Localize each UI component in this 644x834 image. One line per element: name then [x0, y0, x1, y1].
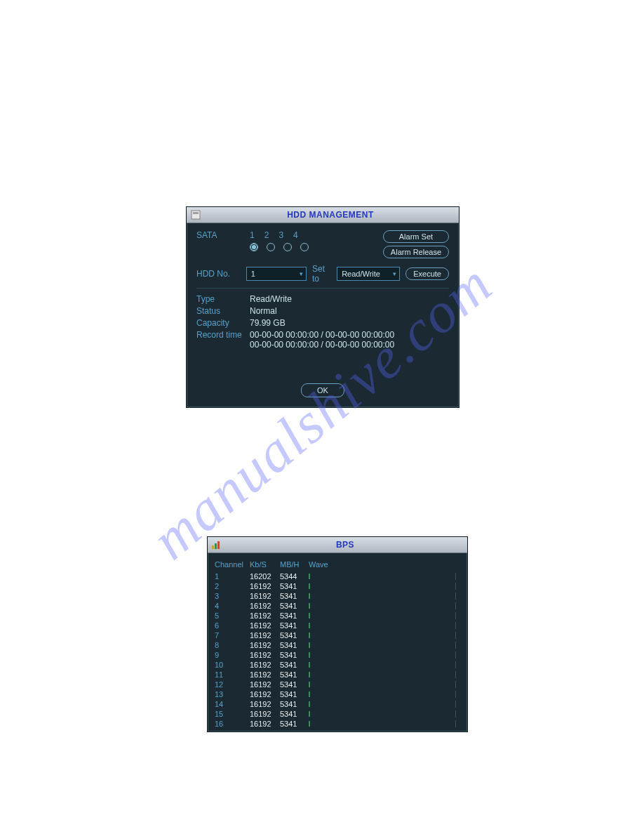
kbs-cell: 16192 — [250, 640, 280, 650]
execute-button[interactable]: Execute — [405, 267, 449, 280]
set-to-dropdown[interactable]: Read/Write ▾ — [337, 267, 400, 281]
kbs-cell: 16192 — [250, 680, 280, 689]
table-row: 9161925341 — [215, 650, 460, 660]
hdd-no-dropdown[interactable]: 1 ▾ — [246, 267, 307, 281]
wave-cell — [309, 660, 460, 670]
hdd-titlebar: HDD MANAGEMENT — [187, 207, 459, 223]
kbs-cell: 16192 — [250, 709, 280, 719]
table-row: 13161925341 — [215, 689, 460, 699]
record-time-line-1: 00-00-00 00:00:00 / 00-00-00 00:00:00 — [250, 330, 394, 340]
channel-cell: 10 — [215, 660, 250, 670]
mbh-cell: 5341 — [280, 630, 309, 640]
bps-table: Channel Kb/S MB/H Wave 11620253442161925… — [215, 559, 460, 729]
hdd-no-value: 1 — [251, 270, 255, 278]
channel-cell: 8 — [215, 640, 250, 650]
kbs-cell: 16192 — [250, 670, 280, 680]
col-kbs: Kb/S — [250, 559, 280, 571]
chevron-down-icon: ▾ — [300, 270, 303, 277]
wave-cell — [309, 689, 460, 699]
sata-radio-4[interactable] — [300, 243, 309, 251]
channel-cell: 12 — [215, 680, 250, 689]
wave-cell — [309, 709, 460, 719]
mbh-cell: 5341 — [280, 591, 309, 601]
bps-titlebar: BPS — [208, 537, 467, 553]
table-row: 1162025344 — [215, 571, 460, 581]
table-row: 10161925341 — [215, 660, 460, 670]
kbs-cell: 16202 — [250, 571, 280, 581]
channel-cell: 16 — [215, 719, 250, 729]
table-row: 3161925341 — [215, 591, 460, 601]
channel-cell: 13 — [215, 689, 250, 699]
col-mbh: MB/H — [280, 559, 309, 571]
svg-rect-1 — [193, 212, 199, 214]
ok-button[interactable]: OK — [301, 383, 344, 397]
sata-port-numbers: 1 2 3 4 — [250, 230, 309, 240]
channel-cell: 2 — [215, 581, 250, 591]
table-row: 2161925341 — [215, 581, 460, 591]
chevron-down-icon: ▾ — [393, 270, 396, 277]
wave-cell — [309, 571, 460, 581]
channel-cell: 9 — [215, 650, 250, 660]
sata-port-3: 3 — [279, 230, 283, 240]
kbs-cell: 16192 — [250, 621, 280, 630]
mbh-cell: 5341 — [280, 581, 309, 591]
wave-cell — [309, 591, 460, 601]
svg-rect-2 — [212, 545, 214, 549]
sata-port-1: 1 — [250, 230, 255, 240]
channel-cell: 15 — [215, 709, 250, 719]
mbh-cell: 5341 — [280, 699, 309, 709]
wave-cell — [309, 611, 460, 621]
mbh-cell: 5344 — [280, 571, 309, 581]
channel-cell: 7 — [215, 630, 250, 640]
sata-radio-1[interactable] — [250, 243, 258, 251]
table-row: 4161925341 — [215, 601, 460, 611]
mbh-cell: 5341 — [280, 650, 309, 660]
set-to-label: Set to — [312, 264, 333, 284]
kbs-cell: 16192 — [250, 699, 280, 709]
wave-cell — [309, 601, 460, 611]
mbh-cell: 5341 — [280, 680, 309, 689]
wave-cell — [309, 719, 460, 729]
type-value: Read/Write — [250, 294, 292, 304]
sata-label: SATA — [196, 230, 217, 240]
sata-radio-3[interactable] — [283, 243, 292, 251]
capacity-value: 79.99 GB — [250, 318, 286, 328]
col-channel: Channel — [215, 559, 250, 571]
alarm-set-button[interactable]: Alarm Set — [383, 230, 449, 243]
sata-radio-2[interactable] — [267, 243, 275, 251]
table-row: 14161925341 — [215, 699, 460, 709]
alarm-release-button[interactable]: Alarm Release — [383, 246, 449, 258]
kbs-cell: 16192 — [250, 689, 280, 699]
table-row: 5161925341 — [215, 611, 460, 621]
svg-rect-3 — [215, 543, 217, 549]
kbs-cell: 16192 — [250, 650, 280, 660]
kbs-cell: 16192 — [250, 719, 280, 729]
mbh-cell: 5341 — [280, 611, 309, 621]
kbs-cell: 16192 — [250, 601, 280, 611]
wave-cell — [309, 650, 460, 660]
mbh-cell: 5341 — [280, 621, 309, 630]
mbh-cell: 5341 — [280, 689, 309, 699]
bps-icon — [210, 539, 223, 550]
channel-cell: 6 — [215, 621, 250, 630]
mbh-cell: 5341 — [280, 709, 309, 719]
hdd-icon — [189, 209, 202, 220]
bps-title: BPS — [223, 540, 467, 550]
mbh-cell: 5341 — [280, 640, 309, 650]
sata-port-4: 4 — [293, 230, 298, 240]
hdd-title: HDD MANAGEMENT — [202, 210, 459, 220]
channel-cell: 11 — [215, 670, 250, 680]
wave-cell — [309, 640, 460, 650]
col-wave: Wave — [309, 559, 460, 571]
channel-cell: 4 — [215, 601, 250, 611]
kbs-cell: 16192 — [250, 591, 280, 601]
kbs-cell: 16192 — [250, 611, 280, 621]
record-time-label: Record time — [196, 330, 250, 350]
set-to-value: Read/Write — [342, 270, 380, 278]
kbs-cell: 16192 — [250, 630, 280, 640]
table-row: 7161925341 — [215, 630, 460, 640]
hdd-management-dialog: HDD MANAGEMENT SATA 1 2 3 4 — [186, 206, 459, 408]
table-row: 6161925341 — [215, 621, 460, 630]
mbh-cell: 5341 — [280, 660, 309, 670]
type-label: Type — [196, 294, 250, 304]
